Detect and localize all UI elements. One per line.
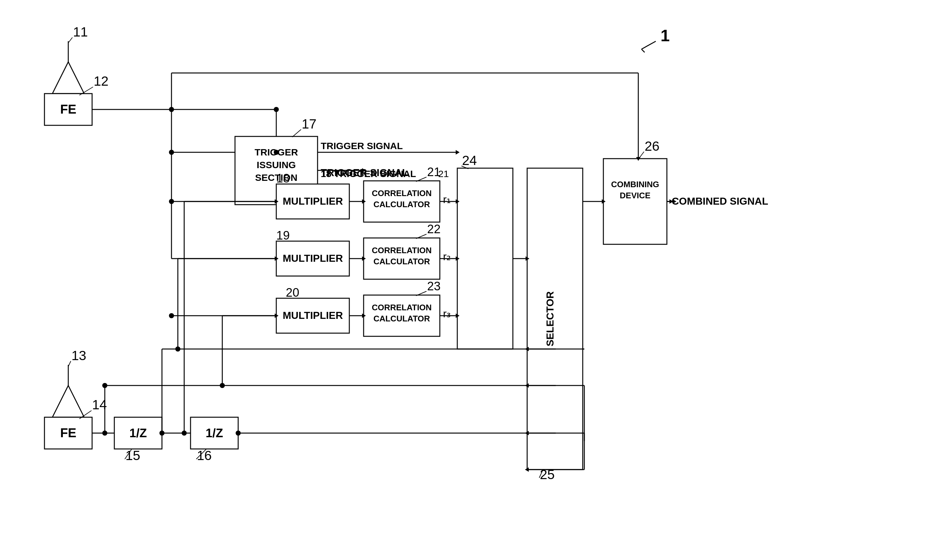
ref-17: 17	[302, 117, 317, 131]
corr-calc1-line2: CALCULATOR	[373, 200, 430, 209]
ref-23: 23	[427, 280, 441, 293]
diagram-svg: 1 11 FE 12 13 FE 14 1/Z 15 1/Z 16 TRIGGE…	[0, 0, 933, 560]
svg-point-46	[236, 431, 241, 435]
delay2-label: 1/Z	[206, 426, 223, 440]
r1-label: r₁	[443, 193, 451, 205]
r3-label: r₃	[443, 308, 451, 320]
combining-device-line2: DEVICE	[620, 191, 651, 200]
diagram-ref: 1	[660, 26, 670, 45]
ref-13: 13	[71, 348, 86, 363]
svg-point-60	[182, 431, 187, 435]
corr-calc3-line2: CALCULATOR	[373, 314, 430, 323]
corr-calc1-line1: CORRELATION	[372, 188, 432, 198]
svg-point-40	[169, 313, 174, 318]
ref-16: 16	[197, 448, 212, 463]
ref-18: 18	[276, 172, 290, 185]
ref-19: 19	[276, 229, 290, 242]
combining-device-box	[603, 158, 667, 244]
fe2-label: FE	[60, 426, 76, 440]
delay1-label: 1/Z	[130, 426, 147, 440]
trigger-signal-21-ref: 21	[438, 168, 449, 179]
ref-22: 22	[427, 222, 441, 236]
ref-24: 24	[462, 153, 477, 168]
ref-26: 26	[645, 138, 660, 154]
selector-label: SELECTOR	[544, 291, 556, 346]
ref-20: 20	[286, 286, 299, 299]
svg-point-54	[220, 383, 225, 388]
corr-calc2-line1: CORRELATION	[372, 246, 432, 255]
svg-point-57	[175, 346, 180, 352]
fe1-label: FE	[60, 102, 76, 116]
corr-comparator-box	[457, 168, 513, 349]
combined-signal-label: COMBINED SIGNAL	[672, 195, 768, 207]
multiplier3-label: MULTIPLIER	[283, 310, 343, 321]
svg-point-32	[274, 107, 279, 112]
trigger-signal-main-label: TRIGGER SIGNAL	[321, 140, 403, 151]
trigger-signal-18-label: 18 TRIGGER SIGNAL	[321, 168, 416, 179]
diagram-container: 1 11 FE 12 13 FE 14 1/Z 15 1/Z 16 TRIGGE…	[0, 0, 933, 560]
combining-device-line1: COMBINING	[611, 180, 659, 189]
corr-calc3-line1: CORRELATION	[372, 303, 432, 312]
corr-calc2-line2: CALCULATOR	[373, 257, 430, 266]
svg-point-48	[102, 431, 107, 435]
svg-point-93	[274, 150, 279, 155]
ref-11: 11	[73, 25, 88, 39]
r2-label: r₂	[443, 250, 451, 262]
multiplier1-label: MULTIPLIER	[283, 195, 343, 207]
svg-point-50	[102, 383, 107, 388]
ref-12: 12	[94, 74, 109, 89]
multiplier2-label: MULTIPLIER	[283, 252, 343, 264]
trigger-issuing-line2: ISSUING	[257, 160, 296, 170]
